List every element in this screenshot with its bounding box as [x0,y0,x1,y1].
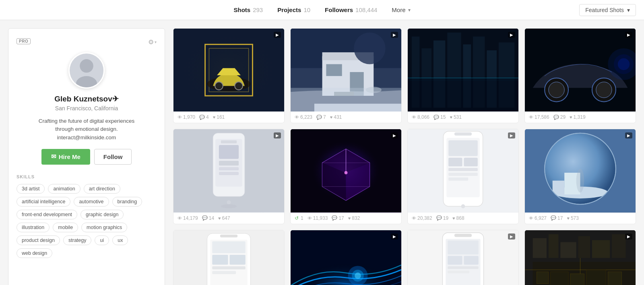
shot-card[interactable]: ▶👁6,927💬17♥573 [524,129,636,224]
svg-rect-69 [448,173,478,176]
nav-more[interactable]: More ▾ [392,6,410,13]
skill-tag[interactable]: animation [48,184,80,194]
svg-rect-101 [448,256,462,264]
skill-tag[interactable]: strategy [63,235,91,245]
likes-stat: ♥647 [218,215,230,221]
svg-rect-108 [549,234,559,258]
shot-thumbnail: ▶ [291,29,401,112]
user-bio: Crafting the future of digital experienc… [17,117,157,142]
svg-rect-107 [533,238,547,258]
shot-stats: ↺1👁11,933💬17♥832 [291,213,401,224]
svg-rect-112 [612,234,625,258]
likes-stat: ♥868 [452,215,464,221]
nav-projects[interactable]: Projects 10 [277,6,310,13]
svg-rect-120 [608,272,621,285]
video-icon: ▶ [510,33,513,37]
skill-tag[interactable]: front-end development [17,210,77,219]
video-icon: ▶ [510,133,513,138]
shot-card[interactable]: ▶ [290,230,402,285]
pro-badge: PRO [17,38,31,44]
svg-rect-86 [212,254,228,264]
eye-icon: 👁 [178,216,182,221]
shot-card[interactable]: ▶👁17,586💬29♥1,319 [524,28,636,123]
video-icon: ▶ [393,33,396,37]
skill-tag[interactable]: illustration [17,223,50,232]
heart-icon: ♥ [570,115,572,120]
skills-title: SKILLS [17,174,157,179]
svg-rect-68 [448,168,478,171]
svg-rect-109 [560,242,576,258]
heart-icon: ♥ [218,216,221,221]
skill-tag[interactable]: artificial intelligence [17,197,70,207]
video-badge: ▶ [625,32,632,38]
follow-button[interactable]: Follow [94,149,132,165]
svg-rect-46 [219,161,239,166]
skill-tag[interactable]: mobile [53,223,78,232]
shot-thumbnail: ▶ [525,129,636,212]
svg-rect-64 [454,132,472,136]
shot-card[interactable]: ▶↺1👁11,933💬17♥832 [290,129,402,224]
settings-icon[interactable]: ⚙ ▾ [148,38,157,46]
views-stat: 👁11,933 [308,215,328,221]
views-stat: 👁6,927 [529,215,547,221]
comments-stat: 💬7 [316,114,326,120]
followers-label: Followers [325,6,353,13]
comment-icon: 💬 [202,215,208,221]
likes-stat: ♥573 [567,215,579,221]
skill-tag[interactable]: ux [112,235,128,245]
featured-shots-dropdown[interactable]: Featured Shots ▾ [579,4,636,16]
user-location: San Francisco, California [17,105,157,112]
skill-tag[interactable]: branding [112,197,142,207]
reblog-icon: ↺ [295,215,299,221]
shot-card[interactable] [173,230,285,285]
eye-icon: 👁 [529,115,533,120]
comments-stat: 💬29 [553,114,566,120]
skill-tag[interactable]: art direction [84,184,120,194]
shot-card[interactable]: ▶ [407,230,519,285]
skill-tag[interactable]: motion graphics [81,223,127,232]
heart-icon: ♥ [450,115,452,120]
skill-tag[interactable]: web design [17,248,52,258]
video-badge: ▶ [391,32,398,38]
nav-shots[interactable]: Shots 293 [233,6,263,13]
skill-tag[interactable]: graphic design [80,210,124,219]
shot-thumbnail: ▶ [525,230,636,285]
svg-rect-44 [221,140,237,144]
heart-icon: ♥ [567,216,570,221]
chevron-down-icon: ▾ [408,7,411,13]
shot-card[interactable]: ▶👁1,970💬4♥161 [173,28,285,123]
svg-rect-85 [212,241,246,253]
projects-count: 10 [303,6,310,13]
views-stat: 👁1,970 [178,114,195,120]
heart-icon: ♥ [330,115,333,120]
skill-tag[interactable]: 3d artist [17,184,45,194]
svg-rect-48 [219,172,239,175]
hire-me-button[interactable]: ✉ Hire Me [41,149,90,165]
nav-followers[interactable]: Followers 108,444 [325,6,377,13]
shot-thumbnail: ▶ [408,29,518,112]
eye-icon: 👁 [529,216,533,221]
shot-card[interactable]: ▶👁8,066💬15♥531 [407,28,519,123]
skills-section: SKILLS 3d artistanimationart directionar… [17,174,157,258]
shot-card[interactable]: ▶👁20,382💬19♥868 [407,129,519,224]
shot-card[interactable]: ▶👁6,223💬7♥431 [290,28,402,123]
svg-rect-99 [454,233,472,237]
svg-point-78 [576,169,584,192]
svg-point-60 [345,171,348,174]
skill-tag[interactable]: automotive [74,197,109,207]
skill-tag[interactable]: ui [95,235,109,245]
skill-tag[interactable]: product design [17,235,60,245]
svg-rect-9 [173,29,284,112]
video-badge: ▶ [391,233,398,240]
more-label: More [392,6,405,13]
video-badge: ▶ [508,233,515,240]
svg-rect-89 [212,271,236,274]
shot-card[interactable]: ▶ [524,230,636,285]
eye-icon: 👁 [308,216,312,221]
svg-rect-84 [220,234,237,237]
shot-thumbnail: ▶ [408,129,518,212]
video-icon: ▶ [510,234,513,239]
featured-label: Featured Shots [585,7,624,13]
svg-point-1 [80,59,93,73]
shot-card[interactable]: ▶👁14,179💬14♥647 [173,129,285,224]
